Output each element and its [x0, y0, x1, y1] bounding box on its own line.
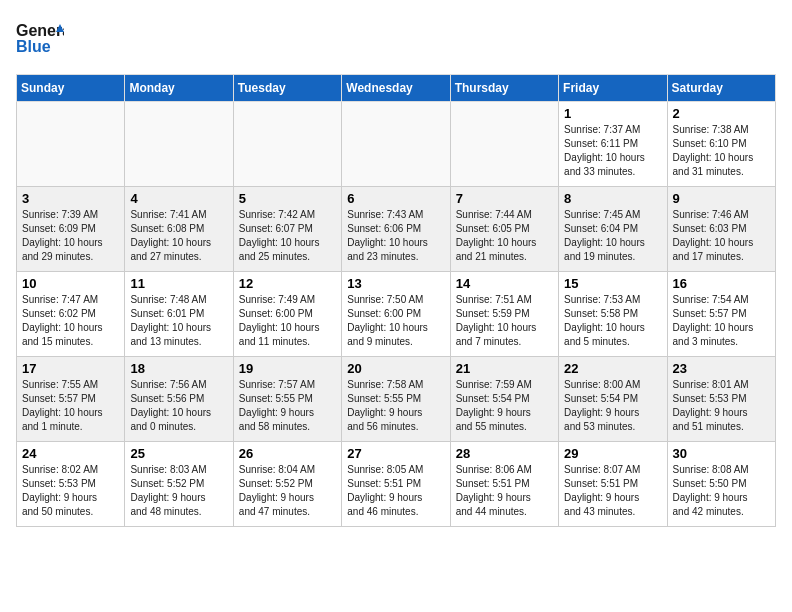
- calendar-day-cell: [17, 102, 125, 187]
- day-number: 27: [347, 446, 444, 461]
- day-number: 2: [673, 106, 770, 121]
- calendar-day-cell: [125, 102, 233, 187]
- day-number: 10: [22, 276, 119, 291]
- day-number: 13: [347, 276, 444, 291]
- calendar-week-row: 3Sunrise: 7:39 AM Sunset: 6:09 PM Daylig…: [17, 187, 776, 272]
- svg-text:Blue: Blue: [16, 38, 51, 55]
- day-info: Sunrise: 7:45 AM Sunset: 6:04 PM Dayligh…: [564, 208, 661, 264]
- day-number: 4: [130, 191, 227, 206]
- calendar-day-cell: 25Sunrise: 8:03 AM Sunset: 5:52 PM Dayli…: [125, 442, 233, 527]
- day-of-week-header: Sunday: [17, 75, 125, 102]
- day-number: 18: [130, 361, 227, 376]
- day-info: Sunrise: 7:43 AM Sunset: 6:06 PM Dayligh…: [347, 208, 444, 264]
- calendar-day-cell: 21Sunrise: 7:59 AM Sunset: 5:54 PM Dayli…: [450, 357, 558, 442]
- day-number: 23: [673, 361, 770, 376]
- day-info: Sunrise: 8:08 AM Sunset: 5:50 PM Dayligh…: [673, 463, 770, 519]
- day-number: 29: [564, 446, 661, 461]
- day-info: Sunrise: 8:02 AM Sunset: 5:53 PM Dayligh…: [22, 463, 119, 519]
- calendar-day-cell: 10Sunrise: 7:47 AM Sunset: 6:02 PM Dayli…: [17, 272, 125, 357]
- day-info: Sunrise: 7:47 AM Sunset: 6:02 PM Dayligh…: [22, 293, 119, 349]
- calendar-day-cell: 18Sunrise: 7:56 AM Sunset: 5:56 PM Dayli…: [125, 357, 233, 442]
- calendar-day-cell: 16Sunrise: 7:54 AM Sunset: 5:57 PM Dayli…: [667, 272, 775, 357]
- day-info: Sunrise: 8:04 AM Sunset: 5:52 PM Dayligh…: [239, 463, 336, 519]
- calendar-week-row: 1Sunrise: 7:37 AM Sunset: 6:11 PM Daylig…: [17, 102, 776, 187]
- day-number: 30: [673, 446, 770, 461]
- day-number: 15: [564, 276, 661, 291]
- calendar-day-cell: 19Sunrise: 7:57 AM Sunset: 5:55 PM Dayli…: [233, 357, 341, 442]
- calendar-day-cell: [233, 102, 341, 187]
- day-of-week-header: Wednesday: [342, 75, 450, 102]
- calendar-day-cell: 4Sunrise: 7:41 AM Sunset: 6:08 PM Daylig…: [125, 187, 233, 272]
- day-info: Sunrise: 7:42 AM Sunset: 6:07 PM Dayligh…: [239, 208, 336, 264]
- day-number: 11: [130, 276, 227, 291]
- calendar-day-cell: 1Sunrise: 7:37 AM Sunset: 6:11 PM Daylig…: [559, 102, 667, 187]
- calendar-day-cell: 29Sunrise: 8:07 AM Sunset: 5:51 PM Dayli…: [559, 442, 667, 527]
- calendar-day-cell: 15Sunrise: 7:53 AM Sunset: 5:58 PM Dayli…: [559, 272, 667, 357]
- calendar-day-cell: 3Sunrise: 7:39 AM Sunset: 6:09 PM Daylig…: [17, 187, 125, 272]
- calendar-day-cell: 6Sunrise: 7:43 AM Sunset: 6:06 PM Daylig…: [342, 187, 450, 272]
- calendar-day-cell: 5Sunrise: 7:42 AM Sunset: 6:07 PM Daylig…: [233, 187, 341, 272]
- calendar-day-cell: 27Sunrise: 8:05 AM Sunset: 5:51 PM Dayli…: [342, 442, 450, 527]
- day-number: 1: [564, 106, 661, 121]
- calendar-day-cell: 13Sunrise: 7:50 AM Sunset: 6:00 PM Dayli…: [342, 272, 450, 357]
- day-info: Sunrise: 7:38 AM Sunset: 6:10 PM Dayligh…: [673, 123, 770, 179]
- day-info: Sunrise: 7:57 AM Sunset: 5:55 PM Dayligh…: [239, 378, 336, 434]
- day-number: 8: [564, 191, 661, 206]
- day-number: 19: [239, 361, 336, 376]
- day-number: 12: [239, 276, 336, 291]
- calendar-day-cell: 22Sunrise: 8:00 AM Sunset: 5:54 PM Dayli…: [559, 357, 667, 442]
- day-number: 25: [130, 446, 227, 461]
- calendar-day-cell: 30Sunrise: 8:08 AM Sunset: 5:50 PM Dayli…: [667, 442, 775, 527]
- day-info: Sunrise: 7:55 AM Sunset: 5:57 PM Dayligh…: [22, 378, 119, 434]
- calendar-day-cell: 23Sunrise: 8:01 AM Sunset: 5:53 PM Dayli…: [667, 357, 775, 442]
- calendar-day-cell: 14Sunrise: 7:51 AM Sunset: 5:59 PM Dayli…: [450, 272, 558, 357]
- calendar-table: SundayMondayTuesdayWednesdayThursdayFrid…: [16, 74, 776, 527]
- day-info: Sunrise: 7:41 AM Sunset: 6:08 PM Dayligh…: [130, 208, 227, 264]
- day-info: Sunrise: 8:03 AM Sunset: 5:52 PM Dayligh…: [130, 463, 227, 519]
- day-info: Sunrise: 7:37 AM Sunset: 6:11 PM Dayligh…: [564, 123, 661, 179]
- calendar-day-cell: 24Sunrise: 8:02 AM Sunset: 5:53 PM Dayli…: [17, 442, 125, 527]
- calendar-day-cell: 12Sunrise: 7:49 AM Sunset: 6:00 PM Dayli…: [233, 272, 341, 357]
- day-number: 26: [239, 446, 336, 461]
- logo-icon: General Blue: [16, 16, 64, 58]
- day-info: Sunrise: 7:58 AM Sunset: 5:55 PM Dayligh…: [347, 378, 444, 434]
- day-info: Sunrise: 7:44 AM Sunset: 6:05 PM Dayligh…: [456, 208, 553, 264]
- day-info: Sunrise: 8:05 AM Sunset: 5:51 PM Dayligh…: [347, 463, 444, 519]
- day-number: 7: [456, 191, 553, 206]
- day-info: Sunrise: 7:51 AM Sunset: 5:59 PM Dayligh…: [456, 293, 553, 349]
- day-number: 5: [239, 191, 336, 206]
- day-info: Sunrise: 7:56 AM Sunset: 5:56 PM Dayligh…: [130, 378, 227, 434]
- day-of-week-header: Monday: [125, 75, 233, 102]
- day-of-week-header: Tuesday: [233, 75, 341, 102]
- logo: General Blue: [16, 16, 64, 62]
- day-number: 6: [347, 191, 444, 206]
- day-number: 28: [456, 446, 553, 461]
- day-of-week-header: Saturday: [667, 75, 775, 102]
- calendar-day-cell: 26Sunrise: 8:04 AM Sunset: 5:52 PM Dayli…: [233, 442, 341, 527]
- day-info: Sunrise: 8:00 AM Sunset: 5:54 PM Dayligh…: [564, 378, 661, 434]
- day-number: 24: [22, 446, 119, 461]
- day-number: 20: [347, 361, 444, 376]
- day-number: 9: [673, 191, 770, 206]
- day-number: 21: [456, 361, 553, 376]
- day-info: Sunrise: 7:54 AM Sunset: 5:57 PM Dayligh…: [673, 293, 770, 349]
- day-number: 17: [22, 361, 119, 376]
- calendar-week-row: 17Sunrise: 7:55 AM Sunset: 5:57 PM Dayli…: [17, 357, 776, 442]
- calendar-body: 1Sunrise: 7:37 AM Sunset: 6:11 PM Daylig…: [17, 102, 776, 527]
- day-info: Sunrise: 7:50 AM Sunset: 6:00 PM Dayligh…: [347, 293, 444, 349]
- page-header: General Blue: [16, 16, 776, 62]
- calendar-day-cell: 2Sunrise: 7:38 AM Sunset: 6:10 PM Daylig…: [667, 102, 775, 187]
- calendar-day-cell: 20Sunrise: 7:58 AM Sunset: 5:55 PM Dayli…: [342, 357, 450, 442]
- calendar-day-cell: 9Sunrise: 7:46 AM Sunset: 6:03 PM Daylig…: [667, 187, 775, 272]
- day-info: Sunrise: 7:53 AM Sunset: 5:58 PM Dayligh…: [564, 293, 661, 349]
- day-number: 16: [673, 276, 770, 291]
- day-number: 3: [22, 191, 119, 206]
- day-number: 22: [564, 361, 661, 376]
- day-info: Sunrise: 7:46 AM Sunset: 6:03 PM Dayligh…: [673, 208, 770, 264]
- calendar-header-row: SundayMondayTuesdayWednesdayThursdayFrid…: [17, 75, 776, 102]
- calendar-day-cell: [342, 102, 450, 187]
- calendar-day-cell: 7Sunrise: 7:44 AM Sunset: 6:05 PM Daylig…: [450, 187, 558, 272]
- day-info: Sunrise: 8:06 AM Sunset: 5:51 PM Dayligh…: [456, 463, 553, 519]
- calendar-day-cell: 8Sunrise: 7:45 AM Sunset: 6:04 PM Daylig…: [559, 187, 667, 272]
- day-of-week-header: Thursday: [450, 75, 558, 102]
